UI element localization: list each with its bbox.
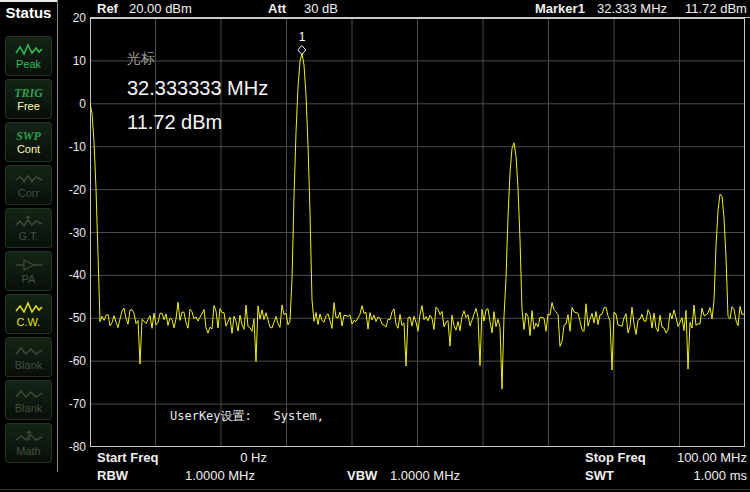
sidebar-item-blank2[interactable]: Blank	[5, 380, 52, 420]
sidebar-item-label: Peak	[16, 58, 41, 70]
start-freq-label: Start Freq	[97, 450, 158, 465]
sidebar-item-pa[interactable]: PA	[5, 251, 52, 291]
sidebar-item-corr[interactable]: Corr	[5, 165, 52, 205]
ref-level-label: Ref	[97, 1, 118, 16]
marker-annotation-title: 光标	[127, 50, 268, 68]
y-axis-tick-label: -60	[57, 354, 86, 368]
marker-readout-label: Marker1	[535, 1, 585, 16]
sidebar-item-trigger[interactable]: TRIG Free	[5, 79, 52, 119]
status-sidebar: Status Peak TRIG Free SWP Cont Corr G.T.…	[0, 0, 57, 492]
marker-annotation: 光标 32.333333 MHz 11.72 dBm	[127, 50, 268, 134]
y-axis-tick-label: 20	[57, 11, 86, 25]
vbw-label: VBW	[347, 468, 377, 483]
y-axis-tick-label: -40	[57, 268, 86, 282]
screen-bottom-edge	[0, 489, 750, 490]
userkey-status-text: UserKey设置: System,	[170, 408, 324, 425]
y-axis-tick-label: 10	[57, 54, 86, 68]
swp-text-icon: SWP	[16, 130, 41, 143]
swt-value: 1.000 ms	[657, 468, 747, 483]
ref-level-value: 20.00 dBm	[129, 1, 192, 16]
corr-trace-icon	[15, 171, 43, 187]
sidebar-item-label: Blank	[15, 402, 43, 414]
bottom-readout-bar: Start Freq 0 Hz Stop Freq 100.00 MHz RBW…	[57, 447, 750, 492]
attenuation-value: 30 dB	[304, 1, 338, 16]
blank-trace-icon	[15, 386, 43, 402]
sidebar-item-peak[interactable]: Peak	[5, 36, 52, 76]
sidebar-item-label: Blank	[15, 359, 43, 371]
rbw-label: RBW	[97, 468, 128, 483]
spectrum-plot: 1 光标 32.333333 MHz 11.72 dBm UserKey设置: …	[90, 18, 745, 447]
y-axis-tick-label: -10	[57, 140, 86, 154]
stop-freq-label: Stop Freq	[585, 450, 646, 465]
sidebar-item-label: Free	[17, 100, 40, 112]
marker-readout-freq: 32.333 MHz	[597, 1, 667, 16]
marker-annotation-ampl: 11.72 dBm	[127, 111, 268, 134]
y-axis-tick-label: -30	[57, 226, 86, 240]
sidebar-item-label: Math	[16, 445, 40, 457]
y-axis-tick-label: -70	[57, 397, 86, 411]
cw-trace-icon	[15, 300, 43, 316]
sidebar-item-label: Corr	[18, 187, 39, 199]
sidebar-item-label: PA	[22, 273, 36, 285]
sidebar-item-label: Cont	[17, 143, 40, 155]
y-axis-tick-label: -50	[57, 311, 86, 325]
gated-trace-icon	[15, 214, 43, 230]
rbw-value: 1.0000 MHz	[155, 468, 255, 483]
top-annotation-bar: Ref 20.00 dBm Att 30 dB Marker1 32.333 M…	[57, 0, 750, 18]
sidebar-item-blank1[interactable]: Blank	[5, 337, 52, 377]
start-freq-value: 0 Hz	[167, 450, 267, 465]
sidebar-item-cw[interactable]: C.W.	[5, 294, 52, 334]
sidebar-item-gt[interactable]: G.T.	[5, 208, 52, 248]
marker-number: 1	[299, 30, 306, 44]
attenuation-label: Att	[268, 1, 286, 16]
marker-annotation-freq: 32.333333 MHz	[127, 77, 268, 100]
marker-readout-ampl: 11.72 dBm	[685, 1, 747, 16]
stop-freq-value: 100.00 MHz	[647, 450, 747, 465]
math-trace-icon	[15, 429, 43, 445]
y-axis-tick-label: -20	[57, 183, 86, 197]
sidebar-item-label: C.W.	[17, 316, 41, 328]
trig-text-icon: TRIG	[14, 87, 43, 100]
y-axis-labels: 20100-10-20-30-40-50-60-70-80	[57, 18, 88, 447]
preamp-icon	[15, 257, 43, 273]
sidebar-item-sweep[interactable]: SWP Cont	[5, 122, 52, 162]
peak-trace-icon	[15, 42, 43, 58]
vbw-value: 1.0000 MHz	[390, 468, 460, 483]
sidebar-top-divider	[0, 0, 57, 2]
status-header: Status	[0, 4, 57, 21]
sidebar-item-label: G.T.	[18, 230, 38, 242]
swt-label: SWT	[585, 468, 614, 483]
sidebar-item-math[interactable]: Math	[5, 423, 52, 463]
y-axis-tick-label: 0	[57, 97, 86, 111]
blank-trace-icon	[15, 343, 43, 359]
